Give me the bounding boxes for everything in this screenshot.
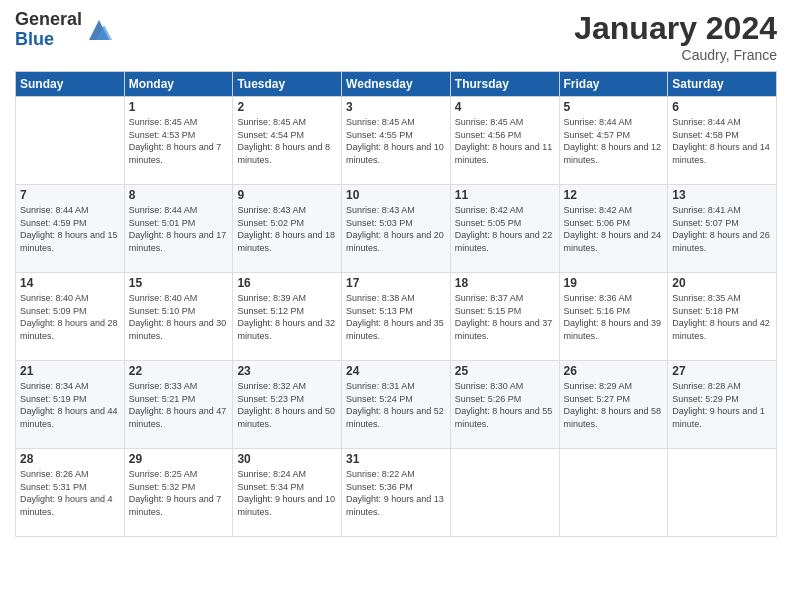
calendar-cell: 4Sunrise: 8:45 AMSunset: 4:56 PMDaylight… xyxy=(450,97,559,185)
day-info: Sunrise: 8:29 AMSunset: 5:27 PMDaylight:… xyxy=(564,380,664,430)
day-number: 29 xyxy=(129,452,229,466)
calendar-cell: 15Sunrise: 8:40 AMSunset: 5:10 PMDayligh… xyxy=(124,273,233,361)
calendar-page: General Blue January 2024 Caudry, France… xyxy=(0,0,792,612)
month-title: January 2024 xyxy=(574,10,777,47)
calendar-cell: 10Sunrise: 8:43 AMSunset: 5:03 PMDayligh… xyxy=(342,185,451,273)
day-info: Sunrise: 8:31 AMSunset: 5:24 PMDaylight:… xyxy=(346,380,446,430)
col-monday: Monday xyxy=(124,72,233,97)
calendar-cell: 20Sunrise: 8:35 AMSunset: 5:18 PMDayligh… xyxy=(668,273,777,361)
day-number: 12 xyxy=(564,188,664,202)
calendar-cell: 30Sunrise: 8:24 AMSunset: 5:34 PMDayligh… xyxy=(233,449,342,537)
day-info: Sunrise: 8:41 AMSunset: 5:07 PMDaylight:… xyxy=(672,204,772,254)
day-number: 19 xyxy=(564,276,664,290)
day-info: Sunrise: 8:32 AMSunset: 5:23 PMDaylight:… xyxy=(237,380,337,430)
day-number: 11 xyxy=(455,188,555,202)
calendar-cell: 22Sunrise: 8:33 AMSunset: 5:21 PMDayligh… xyxy=(124,361,233,449)
location: Caudry, France xyxy=(574,47,777,63)
calendar-cell: 25Sunrise: 8:30 AMSunset: 5:26 PMDayligh… xyxy=(450,361,559,449)
day-info: Sunrise: 8:45 AMSunset: 4:54 PMDaylight:… xyxy=(237,116,337,166)
logo-blue: Blue xyxy=(15,30,82,50)
col-tuesday: Tuesday xyxy=(233,72,342,97)
day-info: Sunrise: 8:33 AMSunset: 5:21 PMDaylight:… xyxy=(129,380,229,430)
day-info: Sunrise: 8:42 AMSunset: 5:06 PMDaylight:… xyxy=(564,204,664,254)
day-number: 24 xyxy=(346,364,446,378)
calendar-cell xyxy=(668,449,777,537)
calendar-cell: 5Sunrise: 8:44 AMSunset: 4:57 PMDaylight… xyxy=(559,97,668,185)
calendar-cell: 14Sunrise: 8:40 AMSunset: 5:09 PMDayligh… xyxy=(16,273,125,361)
day-info: Sunrise: 8:34 AMSunset: 5:19 PMDaylight:… xyxy=(20,380,120,430)
calendar-cell: 2Sunrise: 8:45 AMSunset: 4:54 PMDaylight… xyxy=(233,97,342,185)
title-block: January 2024 Caudry, France xyxy=(574,10,777,63)
header: General Blue January 2024 Caudry, France xyxy=(15,10,777,63)
calendar-cell xyxy=(559,449,668,537)
day-info: Sunrise: 8:28 AMSunset: 5:29 PMDaylight:… xyxy=(672,380,772,430)
day-info: Sunrise: 8:45 AMSunset: 4:56 PMDaylight:… xyxy=(455,116,555,166)
day-number: 21 xyxy=(20,364,120,378)
day-number: 14 xyxy=(20,276,120,290)
day-number: 20 xyxy=(672,276,772,290)
week-row-2: 14Sunrise: 8:40 AMSunset: 5:09 PMDayligh… xyxy=(16,273,777,361)
day-info: Sunrise: 8:44 AMSunset: 4:59 PMDaylight:… xyxy=(20,204,120,254)
day-number: 4 xyxy=(455,100,555,114)
col-saturday: Saturday xyxy=(668,72,777,97)
calendar-cell: 24Sunrise: 8:31 AMSunset: 5:24 PMDayligh… xyxy=(342,361,451,449)
day-number: 13 xyxy=(672,188,772,202)
day-number: 25 xyxy=(455,364,555,378)
day-info: Sunrise: 8:35 AMSunset: 5:18 PMDaylight:… xyxy=(672,292,772,342)
day-number: 15 xyxy=(129,276,229,290)
day-info: Sunrise: 8:45 AMSunset: 4:53 PMDaylight:… xyxy=(129,116,229,166)
header-row: Sunday Monday Tuesday Wednesday Thursday… xyxy=(16,72,777,97)
day-info: Sunrise: 8:45 AMSunset: 4:55 PMDaylight:… xyxy=(346,116,446,166)
day-number: 30 xyxy=(237,452,337,466)
day-info: Sunrise: 8:43 AMSunset: 5:03 PMDaylight:… xyxy=(346,204,446,254)
day-info: Sunrise: 8:44 AMSunset: 4:57 PMDaylight:… xyxy=(564,116,664,166)
calendar-cell: 7Sunrise: 8:44 AMSunset: 4:59 PMDaylight… xyxy=(16,185,125,273)
calendar-cell: 16Sunrise: 8:39 AMSunset: 5:12 PMDayligh… xyxy=(233,273,342,361)
week-row-4: 28Sunrise: 8:26 AMSunset: 5:31 PMDayligh… xyxy=(16,449,777,537)
day-number: 9 xyxy=(237,188,337,202)
day-number: 10 xyxy=(346,188,446,202)
day-number: 23 xyxy=(237,364,337,378)
calendar-cell: 11Sunrise: 8:42 AMSunset: 5:05 PMDayligh… xyxy=(450,185,559,273)
calendar-cell: 12Sunrise: 8:42 AMSunset: 5:06 PMDayligh… xyxy=(559,185,668,273)
day-info: Sunrise: 8:37 AMSunset: 5:15 PMDaylight:… xyxy=(455,292,555,342)
day-number: 1 xyxy=(129,100,229,114)
calendar-cell: 18Sunrise: 8:37 AMSunset: 5:15 PMDayligh… xyxy=(450,273,559,361)
col-friday: Friday xyxy=(559,72,668,97)
calendar-cell: 27Sunrise: 8:28 AMSunset: 5:29 PMDayligh… xyxy=(668,361,777,449)
day-number: 8 xyxy=(129,188,229,202)
day-info: Sunrise: 8:36 AMSunset: 5:16 PMDaylight:… xyxy=(564,292,664,342)
calendar-cell: 6Sunrise: 8:44 AMSunset: 4:58 PMDaylight… xyxy=(668,97,777,185)
day-info: Sunrise: 8:39 AMSunset: 5:12 PMDaylight:… xyxy=(237,292,337,342)
day-info: Sunrise: 8:30 AMSunset: 5:26 PMDaylight:… xyxy=(455,380,555,430)
day-number: 16 xyxy=(237,276,337,290)
logo: General Blue xyxy=(15,10,114,50)
calendar-cell: 13Sunrise: 8:41 AMSunset: 5:07 PMDayligh… xyxy=(668,185,777,273)
col-thursday: Thursday xyxy=(450,72,559,97)
calendar-cell: 1Sunrise: 8:45 AMSunset: 4:53 PMDaylight… xyxy=(124,97,233,185)
day-info: Sunrise: 8:44 AMSunset: 4:58 PMDaylight:… xyxy=(672,116,772,166)
calendar-cell: 9Sunrise: 8:43 AMSunset: 5:02 PMDaylight… xyxy=(233,185,342,273)
calendar-cell xyxy=(450,449,559,537)
day-info: Sunrise: 8:44 AMSunset: 5:01 PMDaylight:… xyxy=(129,204,229,254)
col-sunday: Sunday xyxy=(16,72,125,97)
day-number: 3 xyxy=(346,100,446,114)
calendar-cell: 31Sunrise: 8:22 AMSunset: 5:36 PMDayligh… xyxy=(342,449,451,537)
logo-icon xyxy=(84,15,114,45)
calendar-table: Sunday Monday Tuesday Wednesday Thursday… xyxy=(15,71,777,537)
calendar-cell: 28Sunrise: 8:26 AMSunset: 5:31 PMDayligh… xyxy=(16,449,125,537)
day-number: 7 xyxy=(20,188,120,202)
day-number: 6 xyxy=(672,100,772,114)
day-info: Sunrise: 8:25 AMSunset: 5:32 PMDaylight:… xyxy=(129,468,229,518)
day-number: 18 xyxy=(455,276,555,290)
calendar-cell: 23Sunrise: 8:32 AMSunset: 5:23 PMDayligh… xyxy=(233,361,342,449)
day-number: 31 xyxy=(346,452,446,466)
day-number: 5 xyxy=(564,100,664,114)
day-number: 27 xyxy=(672,364,772,378)
day-number: 26 xyxy=(564,364,664,378)
calendar-cell: 29Sunrise: 8:25 AMSunset: 5:32 PMDayligh… xyxy=(124,449,233,537)
calendar-cell: 19Sunrise: 8:36 AMSunset: 5:16 PMDayligh… xyxy=(559,273,668,361)
day-info: Sunrise: 8:26 AMSunset: 5:31 PMDaylight:… xyxy=(20,468,120,518)
calendar-cell xyxy=(16,97,125,185)
day-info: Sunrise: 8:40 AMSunset: 5:09 PMDaylight:… xyxy=(20,292,120,342)
